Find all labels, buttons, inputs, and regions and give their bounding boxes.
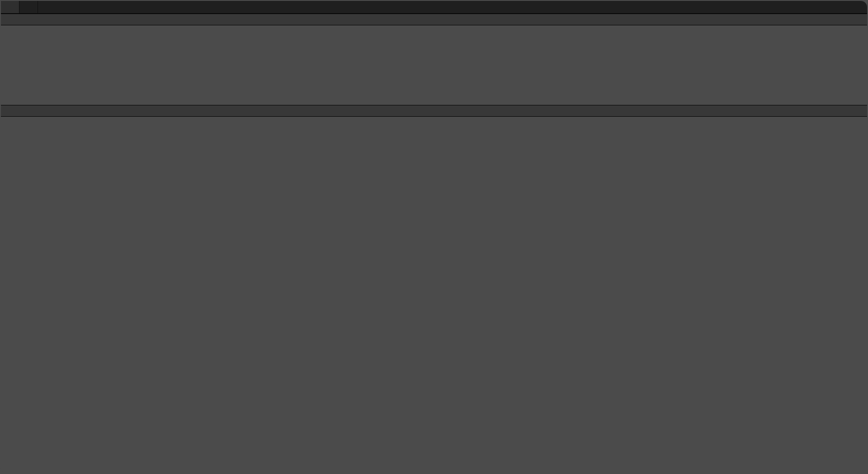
unnamed-people-body (1, 117, 867, 473)
named-people-header (1, 14, 867, 25)
tab-bar (1, 1, 867, 14)
unnamed-people-header (1, 105, 867, 117)
tab-unnamed-person[interactable] (19, 1, 38, 13)
named-people-body (1, 25, 867, 105)
app-root (0, 0, 868, 474)
tab-people[interactable] (1, 1, 19, 13)
